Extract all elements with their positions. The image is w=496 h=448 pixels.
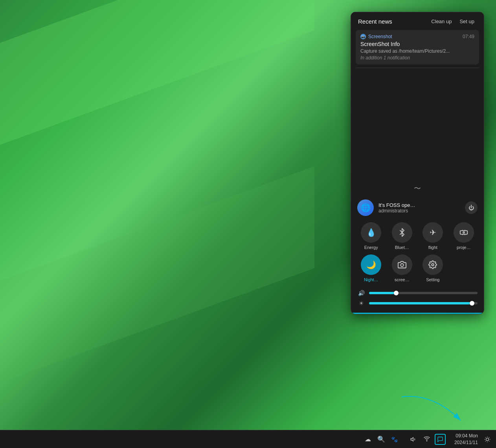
screenshot-toggle-icon bbox=[392, 254, 412, 275]
settings-icon bbox=[423, 254, 443, 275]
user-name: It's FOSS ope… bbox=[378, 202, 460, 208]
svg-point-2 bbox=[400, 264, 403, 266]
toggle-energy[interactable]: 💧 Energy bbox=[357, 222, 385, 250]
cleanup-button[interactable]: Clean up bbox=[429, 18, 454, 25]
svg-rect-0 bbox=[460, 230, 467, 234]
toggle-night[interactable]: 🌙 Night… bbox=[357, 254, 385, 282]
empty-notification-space bbox=[351, 72, 484, 182]
toggle-bluetooth[interactable]: Bluet… bbox=[388, 222, 416, 250]
taskbar-network-icon[interactable] bbox=[421, 434, 432, 445]
svg-line-11 bbox=[489, 441, 489, 441]
power-button[interactable]: ⏻ bbox=[465, 201, 478, 214]
brightness-icon: ☀ bbox=[357, 300, 365, 306]
quick-toggles-row2: 🌙 Night… scree… Setting bbox=[351, 254, 484, 287]
user-area: 🌐 It's FOSS ope… administrators ⏻ bbox=[351, 196, 484, 221]
svg-point-3 bbox=[432, 264, 434, 266]
avatar: 🌐 bbox=[357, 199, 374, 216]
svg-point-1 bbox=[463, 232, 465, 233]
panel-title: Recent news bbox=[358, 18, 392, 25]
brightness-slider-track[interactable] bbox=[369, 302, 478, 304]
svg-line-10 bbox=[485, 437, 486, 437]
svg-point-6 bbox=[426, 441, 427, 441]
volume-slider-track[interactable] bbox=[369, 292, 478, 294]
chevron-icon: 〜 bbox=[414, 184, 421, 193]
notif-source: 📷 Screenshot bbox=[360, 34, 392, 39]
weather-icon[interactable]: ☁ bbox=[362, 434, 373, 445]
toggle-flight[interactable]: ✈ flight bbox=[419, 222, 447, 250]
energy-icon: 💧 bbox=[361, 222, 381, 243]
notification-item[interactable]: 📷 Screenshot 07:49 ScreenShot Info Captu… bbox=[356, 30, 479, 65]
sliders-area: 🔊 ☀ bbox=[351, 287, 484, 311]
toggle-screenshot[interactable]: scree… bbox=[388, 254, 416, 282]
volume-icon: 🔊 bbox=[357, 290, 365, 296]
flight-icon: ✈ bbox=[423, 222, 443, 243]
brightness-slider-fill bbox=[369, 302, 472, 304]
notif-body: Capture saved as /home/team/Pictures/2..… bbox=[360, 48, 474, 54]
svg-line-14 bbox=[485, 441, 486, 441]
taskbar-time: 09:04 Mon bbox=[456, 433, 478, 439]
toggle-flight-label: flight bbox=[428, 245, 437, 250]
setup-button[interactable]: Set up bbox=[457, 18, 477, 25]
toggle-energy-label: Energy bbox=[364, 245, 378, 250]
taskbar-datetime[interactable]: 09:04 Mon 2024/11/11 bbox=[453, 433, 479, 446]
bluetooth-icon bbox=[392, 222, 412, 243]
brightness-slider-thumb[interactable] bbox=[470, 301, 474, 306]
user-info: It's FOSS ope… administrators bbox=[378, 202, 460, 214]
panel-header: Recent news Clean up Set up bbox=[351, 12, 484, 30]
svg-marker-5 bbox=[411, 437, 413, 441]
screenshot-icon: 📷 bbox=[360, 34, 366, 39]
toggle-settings-label: Setting bbox=[426, 277, 439, 282]
toggle-projector[interactable]: proje… bbox=[450, 222, 478, 250]
apps-icon[interactable]: 🐾 bbox=[389, 434, 400, 445]
notification-panel: Recent news Clean up Set up 📷 Screenshot… bbox=[351, 12, 484, 314]
notif-extra: In addition 1 notification bbox=[360, 55, 474, 61]
volume-slider-thumb[interactable] bbox=[394, 291, 399, 295]
notif-time: 07:49 bbox=[463, 34, 474, 39]
taskbar-volume-icon[interactable] bbox=[408, 434, 419, 445]
toggle-night-label: Night… bbox=[364, 277, 378, 282]
taskbar-date: 2024/11/11 bbox=[454, 439, 478, 446]
notif-title: ScreenShot Info bbox=[360, 41, 474, 47]
volume-slider-fill bbox=[369, 292, 396, 294]
search-icon[interactable]: 🔍 bbox=[376, 434, 387, 445]
teal-accent-line bbox=[351, 313, 484, 314]
brightness-slider-row: ☀ bbox=[357, 300, 478, 306]
quick-toggles-row1: 💧 Energy Bluet… ✈ flight bbox=[351, 221, 484, 254]
night-icon: 🌙 bbox=[361, 254, 381, 275]
projector-icon bbox=[454, 222, 474, 243]
panel-divider bbox=[356, 68, 479, 68]
chevron-area: 〜 bbox=[351, 182, 484, 196]
taskbar-notifications-icon[interactable] bbox=[435, 434, 446, 445]
svg-line-15 bbox=[489, 437, 489, 437]
toggle-empty bbox=[450, 254, 470, 282]
toggle-projector-label: proje… bbox=[457, 245, 470, 250]
user-role: administrators bbox=[378, 208, 460, 214]
taskbar: ☁ 🔍 🐾 09:04 Mon 2024/11/11 bbox=[0, 430, 496, 448]
svg-point-7 bbox=[486, 438, 489, 441]
taskbar-brightness-icon[interactable] bbox=[482, 434, 493, 445]
toggle-screenshot-label: scree… bbox=[395, 277, 410, 282]
volume-slider-row: 🔊 bbox=[357, 290, 478, 296]
toggle-bluetooth-label: Bluet… bbox=[395, 245, 409, 250]
toggle-settings[interactable]: Setting bbox=[419, 254, 447, 282]
